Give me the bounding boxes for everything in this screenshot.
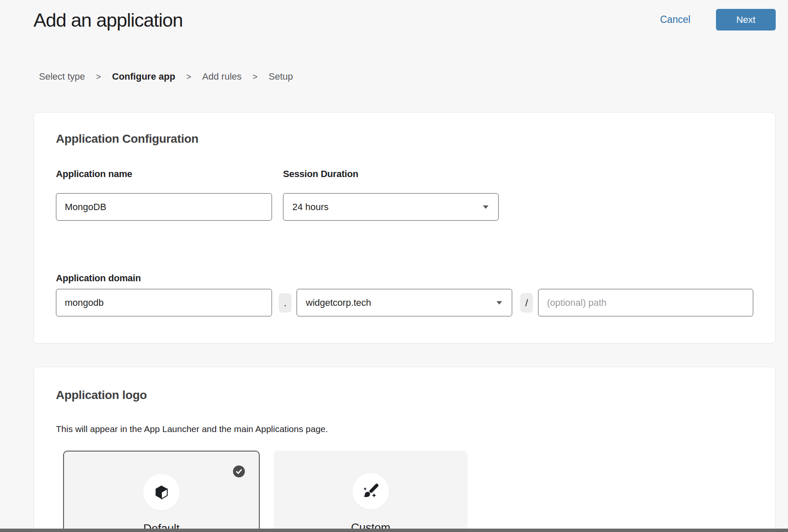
breadcrumb-separator: >: [252, 72, 258, 82]
cancel-button[interactable]: Cancel: [660, 14, 691, 25]
paintbrush-icon: [363, 483, 379, 499]
logo-option-custom[interactable]: Custom: [274, 451, 468, 532]
application-name-input[interactable]: [56, 193, 272, 221]
config-card-heading: Application Configuration: [56, 132, 198, 146]
session-duration-select[interactable]: 24 hours: [283, 193, 499, 221]
session-duration-value: 24 hours: [292, 202, 329, 213]
breadcrumb-step-setup[interactable]: Setup: [269, 71, 293, 82]
logo-card-description: This will appear in the App Launcher and…: [56, 424, 328, 434]
application-name-label: Application name: [56, 169, 132, 180]
domain-select-value: widgetcorp.tech: [306, 297, 371, 308]
breadcrumb-separator: >: [186, 72, 191, 82]
cube-icon: [153, 484, 169, 500]
breadcrumb-step-add-rules[interactable]: Add rules: [202, 71, 241, 82]
subdomain-input[interactable]: [56, 289, 272, 316]
logo-card-heading: Application logo: [56, 388, 147, 402]
add-application-page: Add an application Cancel Next Select ty…: [0, 0, 788, 532]
logo-option-default[interactable]: Default: [63, 451, 260, 532]
breadcrumb-step-configure-app[interactable]: Configure app: [112, 71, 175, 82]
session-duration-label: Session Duration: [283, 169, 358, 180]
breadcrumb-separator: >: [96, 72, 101, 82]
domain-slash-separator: /: [520, 293, 533, 313]
application-domain-label: Application domain: [56, 273, 141, 284]
page-title: Add an application: [33, 9, 183, 31]
breadcrumb-step-select-type[interactable]: Select type: [39, 71, 85, 82]
default-logo-circle: [143, 474, 180, 510]
check-icon: [233, 466, 245, 477]
path-input[interactable]: [538, 289, 753, 316]
chevron-down-icon: [483, 205, 489, 209]
domain-select[interactable]: widgetcorp.tech: [297, 289, 512, 316]
bottom-edge-bar: [0, 529, 788, 532]
application-logo-card: Application logo This will appear in the…: [33, 367, 776, 532]
domain-dot-separator: .: [279, 293, 291, 313]
application-configuration-card: Application Configuration Application na…: [33, 112, 776, 344]
next-button[interactable]: Next: [716, 9, 776, 30]
chevron-down-icon: [496, 301, 502, 305]
breadcrumb: Select type > Configure app > Add rules …: [39, 71, 293, 82]
custom-logo-circle: [352, 473, 389, 510]
